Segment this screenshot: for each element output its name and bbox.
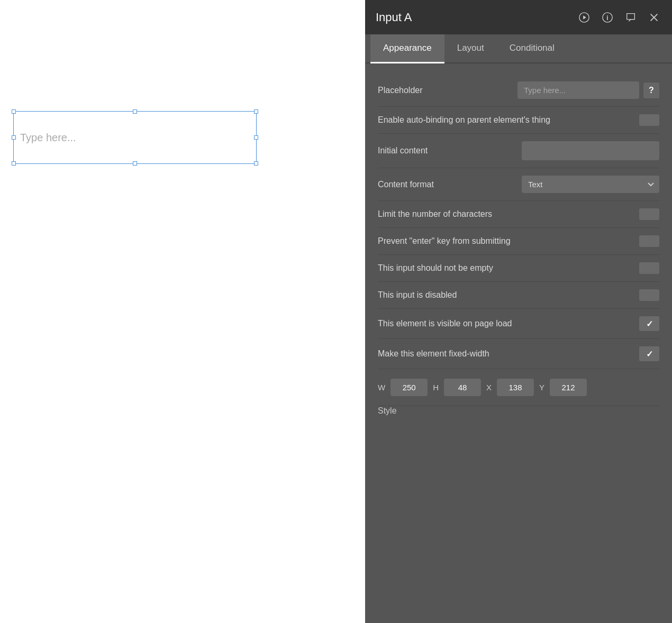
style-label: Style [378, 398, 397, 415]
content-format-row: Content format Text Email Integer Decima… [378, 168, 659, 201]
comment-icon[interactable] [623, 10, 638, 25]
h-input[interactable] [444, 379, 481, 396]
panel-tabs: Appearance Layout Conditional [365, 34, 672, 63]
properties-panel: Input A i Appearance Layout Conditional … [365, 0, 672, 623]
w-label: W [378, 383, 385, 392]
prevent-enter-label: Prevent "enter" key from submitting [378, 236, 639, 246]
x-label: X [486, 383, 492, 392]
y-input[interactable] [550, 379, 587, 396]
handle-bottom-left[interactable] [12, 161, 16, 166]
handle-top-left[interactable] [12, 109, 16, 114]
canvas-input-element[interactable]: Type here... [13, 111, 257, 164]
panel-title: Input A [376, 11, 412, 24]
prevent-enter-toggle[interactable] [639, 235, 659, 247]
visible-row: This element is visible on page load ✓ [378, 309, 659, 339]
handle-middle-right[interactable] [254, 135, 258, 140]
disabled-row: This input is disabled [378, 282, 659, 309]
tab-conditional[interactable]: Conditional [497, 34, 567, 63]
disabled-control [639, 289, 659, 301]
visible-label: This element is visible on page load [378, 319, 639, 328]
placeholder-control: ? [517, 81, 659, 99]
auto-binding-row: Enable auto-binding on parent element's … [378, 107, 659, 134]
limit-chars-control [639, 208, 659, 220]
handle-middle-left[interactable] [12, 135, 16, 140]
handle-top-right[interactable] [254, 109, 258, 114]
prevent-enter-control [639, 235, 659, 247]
fixed-width-checkmark: ✓ [646, 349, 653, 359]
visible-toggle[interactable]: ✓ [639, 316, 659, 331]
svg-text:i: i [606, 14, 608, 21]
placeholder-label: Placeholder [378, 86, 517, 95]
w-input[interactable] [391, 379, 428, 396]
visible-checkmark: ✓ [646, 319, 653, 329]
svg-marker-1 [583, 15, 586, 19]
style-section: Style [378, 406, 659, 416]
dimensions-row: W H X Y [378, 369, 659, 406]
not-empty-row: This input should not be empty [378, 255, 659, 282]
disabled-toggle[interactable] [639, 289, 659, 301]
limit-chars-toggle[interactable] [639, 208, 659, 220]
close-icon[interactable] [647, 10, 661, 25]
not-empty-label: This input should not be empty [378, 263, 639, 273]
canvas-area: Type here... [0, 0, 365, 623]
x-input[interactable] [497, 379, 534, 396]
prevent-enter-row: Prevent "enter" key from submitting [378, 228, 659, 255]
auto-binding-control [639, 114, 659, 126]
initial-content-row: Initial content [378, 134, 659, 168]
auto-binding-toggle[interactable] [639, 114, 659, 126]
auto-binding-label: Enable auto-binding on parent element's … [378, 115, 639, 125]
play-icon[interactable] [577, 10, 592, 25]
handle-bottom-right[interactable] [254, 161, 258, 166]
content-format-select[interactable]: Text Email Integer Decimal Password [522, 176, 659, 193]
fixed-width-label: Make this element fixed-width [378, 349, 639, 359]
fixed-width-row: Make this element fixed-width ✓ [378, 339, 659, 369]
panel-body: Placeholder ? Enable auto-binding on par… [365, 63, 672, 623]
visible-control: ✓ [639, 316, 659, 331]
content-format-control: Text Email Integer Decimal Password [522, 176, 659, 193]
tab-appearance[interactable]: Appearance [370, 34, 444, 63]
initial-content-control [522, 141, 659, 160]
placeholder-help-button[interactable]: ? [643, 83, 659, 98]
content-format-label: Content format [378, 180, 522, 189]
initial-content-label: Initial content [378, 146, 522, 155]
panel-header-icons: i [577, 10, 661, 25]
not-empty-control [639, 262, 659, 274]
fixed-width-toggle[interactable]: ✓ [639, 346, 659, 361]
fixed-width-control: ✓ [639, 346, 659, 361]
placeholder-input[interactable] [517, 81, 639, 99]
placeholder-row: Placeholder ? [378, 74, 659, 107]
limit-chars-label: Limit the number of characters [378, 209, 639, 219]
canvas-placeholder-text: Type here... [20, 132, 76, 144]
handle-bottom-center[interactable] [133, 161, 137, 166]
initial-content-input[interactable] [522, 141, 659, 160]
tab-layout[interactable]: Layout [444, 34, 497, 63]
limit-chars-row: Limit the number of characters [378, 201, 659, 228]
not-empty-toggle[interactable] [639, 262, 659, 274]
info-icon[interactable]: i [600, 10, 615, 25]
panel-header: Input A i [365, 0, 672, 34]
disabled-label: This input is disabled [378, 290, 639, 300]
y-label: Y [539, 383, 544, 392]
handle-top-center[interactable] [133, 109, 137, 114]
h-label: H [433, 383, 439, 392]
